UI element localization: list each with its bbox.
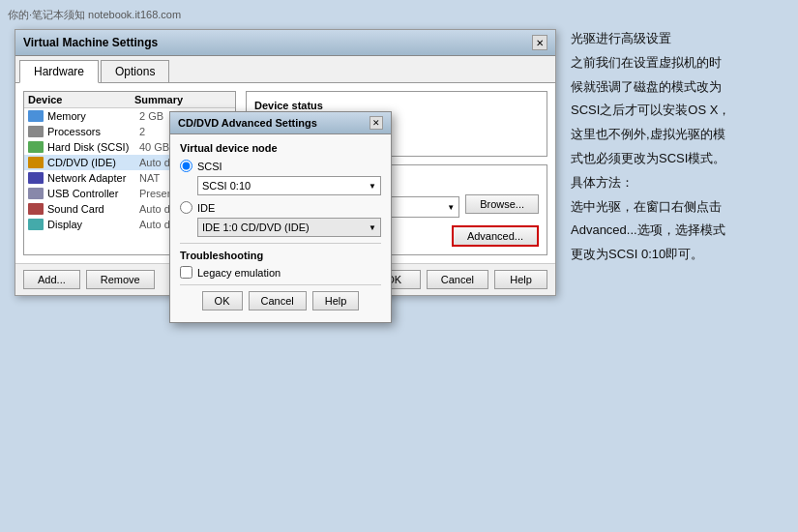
ok-cancel-help-row: OK Cancel Help (368, 270, 547, 289)
ide-radio-row: IDE (180, 201, 381, 214)
ide-dropdown-value: IDE 1:0 CD/DVD (IDE) (202, 222, 310, 233)
sound-icon (28, 203, 44, 215)
legacy-emulation-row: Legacy emulation (180, 266, 381, 279)
ide-radio[interactable] (180, 201, 192, 214)
advanced-dialog: CD/DVD Advanced Settings ✕ Virtual devic… (169, 111, 392, 323)
device-name-harddisk: Hard Disk (SCSI) (47, 141, 139, 153)
ide-label: IDE (197, 202, 215, 214)
add-button[interactable]: Add... (23, 270, 80, 289)
tabs-bar: Hardware Options (15, 56, 555, 83)
cancel-button[interactable]: Cancel (427, 270, 488, 289)
side-text-line-4: 这里也不例外,虚拟光驱的模 (571, 125, 788, 145)
harddisk-icon (28, 141, 44, 153)
help-button[interactable]: Help (494, 270, 547, 289)
remove-button[interactable]: Remove (86, 270, 155, 289)
side-text-line-2: 候就强调了磁盘的模式改为 (571, 77, 788, 98)
device-name-memory: Memory (47, 110, 139, 122)
add-remove-row: Add... Remove (23, 270, 155, 289)
troubleshoot-title: Troubleshooting (180, 250, 381, 261)
section-divider (180, 243, 381, 244)
device-table-header: Device Summary (24, 92, 235, 108)
main-window-close[interactable]: ✕ (532, 35, 547, 50)
scsi-label: SCSI (197, 161, 222, 172)
device-name-network: Network Adapter (47, 172, 139, 184)
side-text-line-8: Advanced...选项，选择模式 (571, 221, 788, 241)
side-text-line-3: SCSI之后才可以安装OS X， (571, 101, 788, 121)
device-name-usb: USB Controller (47, 188, 139, 199)
advanced-button[interactable]: Advanced... (452, 225, 539, 247)
adv-btn-row: OK Cancel Help (180, 284, 381, 314)
device-name-display: Display (47, 219, 139, 230)
virtual-device-node-title: Virtual device node (180, 142, 381, 154)
scsi-dropdown[interactable]: SCSI 0:10 ▼ (197, 176, 381, 195)
usb-icon (28, 188, 44, 199)
side-text-line-7: 选中光驱，在窗口右侧点击 (571, 197, 788, 218)
col-device-header: Device (28, 94, 134, 105)
ide-dropdown[interactable]: IDE 1:0 CD/DVD (IDE) ▼ (197, 218, 381, 237)
device-name-cdrom: CD/DVD (IDE) (47, 157, 139, 168)
device-name-processors: Processors (47, 126, 139, 137)
scsi-dropdown-arrow: ▼ (369, 182, 376, 191)
cdrom-icon (28, 157, 44, 168)
tab-hardware[interactable]: Hardware (19, 60, 99, 83)
legacy-emulation-checkbox[interactable] (180, 266, 192, 279)
adv-close-button[interactable]: ✕ (369, 116, 383, 130)
browse-button[interactable]: Browse... (465, 194, 539, 214)
adv-content: Virtual device node SCSI SCSI 0:10 ▼ IDE… (170, 134, 391, 322)
adv-ok-button[interactable]: OK (202, 291, 243, 310)
adv-dialog-title: CD/DVD Advanced Settings (178, 117, 317, 129)
main-window-title: Virtual Machine Settings (23, 36, 158, 49)
processor-icon (28, 126, 44, 137)
adv-titlebar: CD/DVD Advanced Settings ✕ (170, 112, 391, 134)
col-summary-header: Summary (134, 94, 231, 105)
device-name-sound: Sound Card (47, 203, 139, 215)
adv-help-button[interactable]: Help (312, 291, 360, 310)
watermark: 你的·笔记本须知 notebook.it168.com (8, 8, 181, 22)
scsi-radio-row: SCSI (180, 160, 381, 172)
side-text-panel: 光驱进行高级设置 之前我们在设置虚拟机的时 候就强调了磁盘的模式改为 SCSI之… (571, 29, 788, 269)
tab-options[interactable]: Options (101, 60, 169, 82)
legacy-emulation-label: Legacy emulation (197, 267, 281, 279)
main-titlebar: Virtual Machine Settings ✕ (15, 30, 555, 56)
side-text-line-5: 式也必须更改为SCSI模式。 (571, 149, 788, 169)
adv-cancel-button[interactable]: Cancel (249, 291, 307, 310)
side-text-line-9: 更改为SCSI 0:10即可。 (571, 245, 788, 265)
display-icon (28, 219, 44, 230)
side-text-line-0: 光驱进行高级设置 (571, 29, 788, 49)
side-text-line-6: 具体方法： (571, 173, 788, 193)
memory-icon (28, 110, 44, 122)
network-icon (28, 172, 44, 184)
device-status-title: Device status (254, 100, 539, 111)
side-text-line-1: 之前我们在设置虚拟机的时 (571, 53, 788, 74)
scsi-dropdown-value: SCSI 0:10 (202, 180, 251, 192)
ide-dropdown-arrow: ▼ (369, 223, 376, 232)
scsi-radio[interactable] (180, 160, 192, 172)
